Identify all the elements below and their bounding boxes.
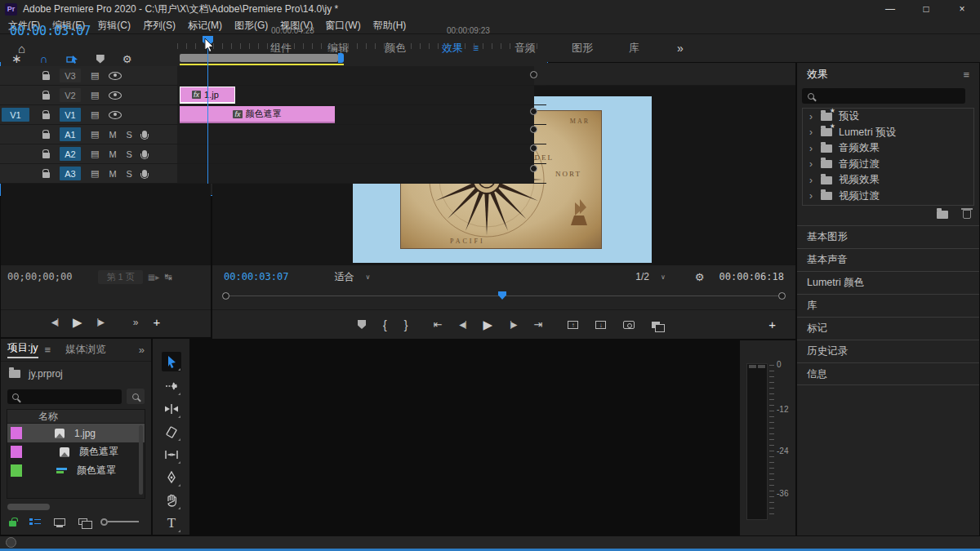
voiceover-mic-icon[interactable] [142,150,147,158]
sync-lock-icon[interactable]: ▤ [91,70,99,81]
project-search-input[interactable] [7,389,122,404]
menu-sequence[interactable]: 序列(S) [143,19,176,33]
chevron-right-icon[interactable]: › [809,190,814,202]
track-a3-lane[interactable] [177,164,534,183]
new-bin-icon[interactable] [937,211,948,219]
mute-button[interactable]: M [109,130,116,140]
mute-button[interactable]: M [109,149,116,159]
tab-media-browser[interactable]: 媒体浏览 [65,343,106,357]
workspace-overflow-icon[interactable]: » [677,42,684,55]
project-tab-overflow-icon[interactable]: » [139,344,145,356]
freeform-view-icon[interactable] [78,518,87,525]
selection-tool[interactable] [162,352,181,371]
extract-button[interactable]: ↓ [595,321,606,329]
voiceover-mic-icon[interactable] [142,170,147,177]
project-item-color-matte[interactable]: 颜色遮罩 [7,442,145,461]
project-horizontal-scrollbar[interactable] [7,504,50,510]
effects-bin-audio-transitions[interactable]: › 音频过渡 [803,157,973,173]
eye-icon[interactable] [109,72,122,80]
track-a1-lane[interactable] [177,125,534,144]
lock-icon[interactable] [42,153,50,158]
track-select-forward-tool[interactable] [162,376,181,396]
panel-markers[interactable]: 标记 [797,317,979,340]
resolution-dropdown[interactable]: 1/2∨ [635,271,666,282]
step-forward-button[interactable]: |▶ [510,320,516,329]
comparison-view-button[interactable] [652,322,660,328]
mark-in-button[interactable]: { [383,318,387,331]
workspace-tab-libraries[interactable]: 库 [629,41,639,56]
eye-icon[interactable] [109,111,122,119]
program-settings-wrench-icon[interactable]: ⚙ [695,271,705,283]
razor-tool[interactable] [162,422,181,442]
project-item-sequence[interactable]: 颜色遮罩 [7,461,145,480]
label-color-swatch[interactable] [11,427,22,439]
effects-panel-menu-icon[interactable]: ≡ [963,69,969,81]
track-handle[interactable] [530,71,537,78]
effects-bin-video-transitions[interactable]: › 视频过渡 [803,189,973,205]
program-scrubber[interactable] [220,291,787,301]
project-panel-menu-icon[interactable]: ≡ [45,344,51,356]
effects-bin-video-effects[interactable]: › 视频效果 [803,172,973,189]
menu-clip[interactable]: 剪辑(C) [97,19,131,33]
track-handle[interactable] [530,165,537,172]
source-more-icon[interactable]: » [133,317,139,328]
panel-essential-sound[interactable]: 基本声音 [797,248,979,271]
column-header-name[interactable]: 名称 [38,410,58,424]
timeline-timecode[interactable]: 00:00:03:07 [10,24,91,38]
track-name-a2[interactable]: A2 [60,147,81,161]
program-timecode[interactable]: 00:00:03:07 [224,271,288,282]
scrub-end-handle[interactable] [778,292,786,300]
track-handle[interactable] [530,144,537,152]
timeline-settings-wrench-icon[interactable]: ⚙ [122,53,132,65]
find-icon[interactable] [127,389,145,404]
chevron-right-icon[interactable]: › [809,127,814,138]
track-name-v1[interactable]: V1 [60,108,81,122]
snap-magnet-icon[interactable]: ∩ [40,52,48,65]
eye-icon[interactable] [109,91,122,100]
source-drag-icon[interactable]: ↹ [164,272,172,282]
creative-cloud-icon[interactable] [6,537,16,548]
mute-button[interactable]: M [109,169,116,179]
clip-color-matte[interactable]: fx 颜色遮罩 [180,106,335,123]
type-tool[interactable]: T [162,513,181,533]
fit-dropdown[interactable]: 适合∨ [334,270,370,284]
chevron-right-icon[interactable]: › [809,143,814,154]
panel-lumetri-color[interactable]: Lumetri 颜色 [797,271,979,294]
maximize-button[interactable]: □ [908,0,944,18]
sync-lock-icon[interactable]: ▤ [91,90,99,100]
track-v3-lane[interactable] [177,66,534,85]
sync-lock-icon[interactable]: ▤ [91,149,99,159]
add-marker-button[interactable] [358,320,366,329]
panel-libraries[interactable]: 库 [797,294,979,317]
label-color-swatch[interactable] [11,446,22,458]
chevron-right-icon[interactable]: › [809,111,814,122]
minimize-button[interactable]: — [872,0,908,18]
source-play-button[interactable]: ▶ [73,315,82,330]
track-v1-lane[interactable]: fx 颜色遮罩 [177,105,534,124]
tab-project[interactable]: 项目:jy [7,341,38,358]
go-to-in-button[interactable]: ⇤ [433,318,442,331]
go-to-out-button[interactable]: ⇥ [533,318,542,331]
icon-view-icon[interactable] [54,518,65,526]
workspace-tab-graphics[interactable]: 图形 [572,41,593,56]
lock-icon[interactable] [42,113,50,119]
export-frame-button[interactable] [623,321,635,329]
sync-lock-icon[interactable]: ▤ [91,168,99,179]
linked-selection-icon[interactable] [66,54,78,64]
track-handle[interactable] [530,108,537,115]
scrub-start-handle[interactable] [222,292,229,300]
nest-sequence-icon[interactable]: ∗ [11,51,22,66]
work-area-end-handle[interactable] [338,53,344,63]
lock-icon[interactable] [42,74,50,80]
label-color-swatch[interactable] [11,464,22,477]
ripple-edit-tool[interactable] [162,399,181,419]
source-timecode[interactable]: 00;00;00;00 [7,271,72,282]
solo-button[interactable]: S [127,169,132,179]
project-vertical-scrollbar[interactable] [139,425,143,495]
effects-bin-presets[interactable]: › 预设 [803,109,973,125]
chevron-right-icon[interactable]: › [809,175,814,186]
panel-essential-graphics[interactable]: 基本图形 [797,225,979,248]
work-area-bar[interactable] [180,54,338,62]
step-back-button[interactable]: ◀| [459,320,466,329]
pen-tool[interactable] [162,468,181,487]
